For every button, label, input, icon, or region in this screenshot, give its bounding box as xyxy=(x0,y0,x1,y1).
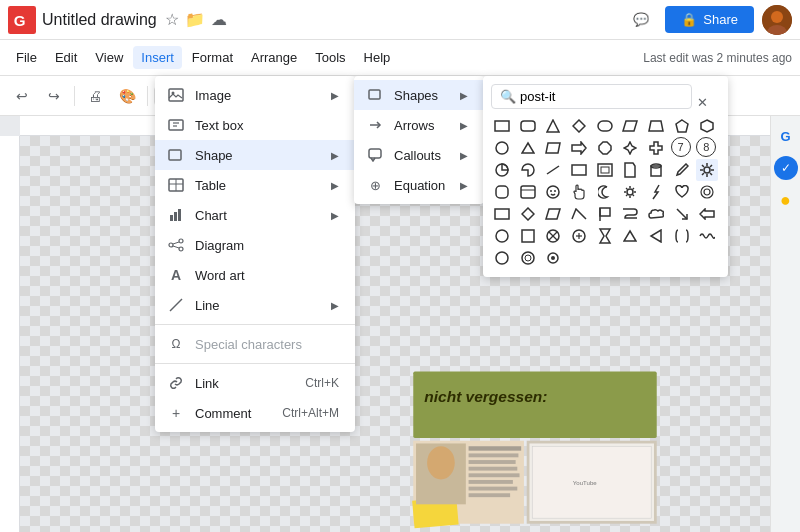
shape-tab[interactable] xyxy=(517,181,539,203)
shape-circle2[interactable] xyxy=(491,225,513,247)
shape-hand[interactable] xyxy=(568,181,590,203)
shape-parallelogram[interactable] xyxy=(619,115,641,137)
shape-circle-x[interactable] xyxy=(542,225,564,247)
shape-thunder[interactable] xyxy=(645,181,667,203)
shape-rect3[interactable] xyxy=(491,203,513,225)
shape-arrow-right[interactable] xyxy=(568,137,590,159)
shape-triangle[interactable] xyxy=(542,115,564,137)
submenu-equation[interactable]: ⊕ Equation ▶ xyxy=(354,170,484,200)
insert-image[interactable]: Image ▶ xyxy=(155,80,355,110)
side-icon-check[interactable]: ● xyxy=(774,188,798,212)
shape-hour[interactable] xyxy=(594,225,616,247)
shape-round-rect[interactable] xyxy=(517,115,539,137)
shape-arrow-diag[interactable] xyxy=(671,203,693,225)
paint-format-button[interactable]: 🎨 xyxy=(113,82,141,110)
diagram-label: Diagram xyxy=(195,238,339,253)
side-icon-edit[interactable]: ✓ xyxy=(774,156,798,180)
shape-circle4[interactable] xyxy=(517,247,539,269)
side-icon-g[interactable]: G xyxy=(774,124,798,148)
shape-star4[interactable] xyxy=(619,137,641,159)
shape-pentagon[interactable] xyxy=(671,115,693,137)
menu-arrange[interactable]: Arrange xyxy=(243,46,305,69)
shape-bent[interactable] xyxy=(568,203,590,225)
shape-flag[interactable] xyxy=(594,203,616,225)
user-avatar[interactable] xyxy=(762,5,792,35)
shape-trapezoid[interactable] xyxy=(645,115,667,137)
menu-tools[interactable]: Tools xyxy=(307,46,353,69)
shape-target[interactable] xyxy=(696,181,718,203)
menu-edit[interactable]: Edit xyxy=(47,46,85,69)
shape-circle[interactable] xyxy=(491,137,513,159)
doc-title[interactable]: Untitled drawing xyxy=(42,11,157,29)
shape-rect[interactable] xyxy=(491,115,513,137)
shape-line-diag[interactable] xyxy=(542,159,564,181)
shape-tape[interactable] xyxy=(619,203,641,225)
shape-para3[interactable] xyxy=(542,203,564,225)
shape-cloud[interactable] xyxy=(645,203,667,225)
share-button[interactable]: 🔒 Share xyxy=(665,6,754,33)
shape-target2[interactable] xyxy=(568,225,590,247)
insert-link[interactable]: Link Ctrl+K xyxy=(155,368,355,398)
shape-octagon[interactable] xyxy=(594,137,616,159)
insert-textbox[interactable]: Text box xyxy=(155,110,355,140)
shape-num8[interactable]: 8 xyxy=(696,137,716,157)
submenu-callouts[interactable]: Callouts ▶ xyxy=(354,140,484,170)
menu-insert[interactable]: Insert xyxy=(133,46,182,69)
search-bar[interactable]: 🔍 xyxy=(491,84,692,109)
shape-wave[interactable] xyxy=(696,225,718,247)
shape-diamond2[interactable] xyxy=(517,203,539,225)
shape-circle3[interactable] xyxy=(491,247,513,269)
shape-rounded-sq[interactable] xyxy=(491,181,513,203)
print-button[interactable]: 🖨 xyxy=(81,82,109,110)
shape-tri-left[interactable] xyxy=(645,225,667,247)
shape-frame2[interactable] xyxy=(517,225,539,247)
shape-gear[interactable] xyxy=(696,159,718,181)
insert-wordart[interactable]: A Word art xyxy=(155,260,355,290)
menu-file[interactable]: File xyxy=(8,46,45,69)
menu-view[interactable]: View xyxy=(87,46,131,69)
svg-marker-46 xyxy=(547,120,559,132)
vertical-ruler xyxy=(0,136,20,532)
shape-para2[interactable] xyxy=(542,137,564,159)
submenu-arrows[interactable]: Arrows ▶ xyxy=(354,110,484,140)
comment-icon-btn[interactable]: 💬 xyxy=(625,4,657,36)
redo-button[interactable]: ↪ xyxy=(40,82,68,110)
shape-triangle2[interactable] xyxy=(517,137,539,159)
shape-rect2[interactable] xyxy=(568,159,590,181)
cloud-icon[interactable]: ☁ xyxy=(211,10,227,29)
shape-smiley[interactable] xyxy=(542,181,564,203)
shape-tri-up[interactable] xyxy=(619,225,641,247)
close-panel-button[interactable]: ✕ xyxy=(690,90,714,114)
insert-diagram[interactable]: Diagram xyxy=(155,230,355,260)
shape-plus[interactable] xyxy=(645,137,667,159)
shape-frame[interactable] xyxy=(594,159,616,181)
insert-chart[interactable]: Chart ▶ xyxy=(155,200,355,230)
shape-heart[interactable] xyxy=(671,181,693,203)
shape-diamond[interactable] xyxy=(568,115,590,137)
shape-circle5[interactable] xyxy=(542,247,564,269)
shape-pie[interactable] xyxy=(491,159,513,181)
shape-doc[interactable] xyxy=(619,159,641,181)
shape-arrow-left[interactable] xyxy=(696,203,718,225)
insert-table[interactable]: Table ▶ xyxy=(155,170,355,200)
shape-rounded-rect2[interactable] xyxy=(594,115,616,137)
search-input[interactable] xyxy=(520,89,688,104)
shape-num7[interactable]: 7 xyxy=(671,137,691,157)
insert-shape[interactable]: Shape ▶ xyxy=(155,140,355,170)
folder-icon[interactable]: 📁 xyxy=(185,10,205,29)
shape-partial-circle[interactable] xyxy=(517,159,539,181)
insert-comment[interactable]: + Comment Ctrl+Alt+M xyxy=(155,398,355,428)
shape-moon[interactable] xyxy=(594,181,616,203)
shape-sun[interactable] xyxy=(619,181,641,203)
submenu-shapes[interactable]: Shapes ▶ xyxy=(354,80,484,110)
menu-format[interactable]: Format xyxy=(184,46,241,69)
insert-line[interactable]: Line ▶ xyxy=(155,290,355,320)
shape-hexagon[interactable] xyxy=(696,115,718,137)
undo-button[interactable]: ↩ xyxy=(8,82,36,110)
shape-c-bracket[interactable] xyxy=(671,225,693,247)
menu-help[interactable]: Help xyxy=(356,46,399,69)
star-icon[interactable]: ☆ xyxy=(165,10,179,29)
shape-cylinder[interactable] xyxy=(645,159,667,181)
svg-rect-33 xyxy=(174,212,177,221)
shape-pencil[interactable] xyxy=(671,159,693,181)
